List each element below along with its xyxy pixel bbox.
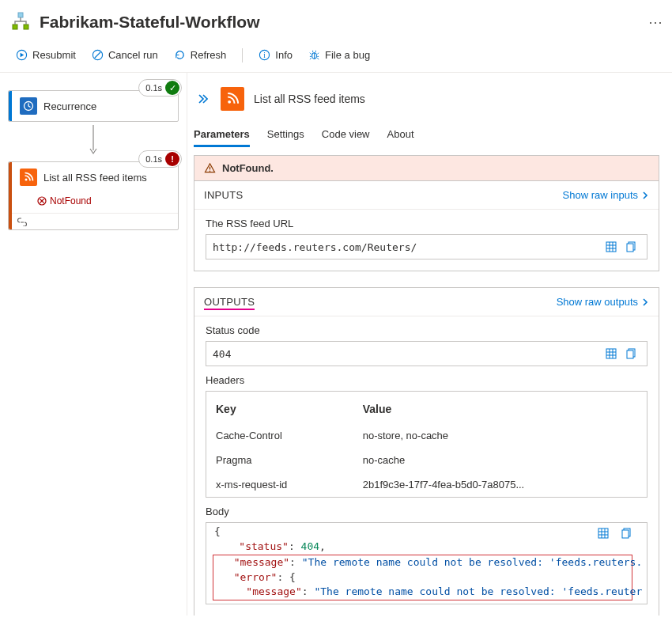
rss-url-label: The RSS feed URL: [206, 218, 647, 229]
error-circle-icon: [37, 196, 47, 206]
node-rss-error-label: NotFound: [50, 195, 92, 206]
body-label: Body: [206, 506, 647, 517]
tab-settings[interactable]: Settings: [267, 123, 304, 147]
node-rss-badge: 0.1s !: [138, 150, 182, 168]
refresh-button[interactable]: Refresh: [168, 46, 233, 64]
more-actions-icon[interactable]: ⋯: [640, 13, 663, 31]
cancel-run-button[interactable]: Cancel run: [85, 46, 164, 64]
body-line: "message": "The remote name could not be…: [213, 585, 632, 600]
outputs-heading: OUTPUTS: [204, 296, 557, 308]
svg-rect-31: [627, 244, 633, 252]
table-row: Pragma no-cache: [206, 448, 647, 472]
copy-icon[interactable]: [623, 240, 640, 254]
show-raw-outputs-link[interactable]: Show raw outputs: [557, 296, 649, 308]
svg-rect-38: [627, 350, 633, 358]
badge-duration: 0.1s: [145, 154, 162, 164]
warning-icon: [204, 162, 216, 174]
svg-line-11: [317, 53, 319, 55]
error-icon: !: [165, 152, 179, 166]
svg-point-18: [25, 179, 28, 181]
node-recurrence-badge: 0.1s ✓: [138, 79, 182, 97]
detail-title: List all RSS feed items: [254, 93, 365, 105]
node-rss-error: NotFound: [9, 192, 178, 213]
grid-view-icon[interactable]: [595, 526, 612, 540]
toolbar-separator: [242, 48, 243, 62]
outputs-panel: OUTPUTS Show raw outputs Status code 404: [194, 287, 659, 616]
node-recurrence[interactable]: 0.1s ✓ Recurrence: [8, 90, 179, 122]
info-button[interactable]: i Info: [252, 46, 299, 64]
file-bug-label: File a bug: [325, 49, 370, 61]
connector-arrow-icon: [86, 125, 100, 157]
toolbar: Resubmit Cancel run Refresh i Info File …: [0, 40, 672, 73]
headers-value-col: Value: [353, 392, 647, 423]
designer-pane: 0.1s ✓ Recurrence 0.1s !: [0, 73, 187, 616]
svg-rect-1: [13, 25, 17, 29]
grid-view-icon[interactable]: [602, 347, 620, 361]
workflow-app-icon: [9, 11, 32, 33]
copy-icon[interactable]: [623, 347, 640, 361]
status-code-value: 404: [206, 341, 647, 366]
file-bug-button[interactable]: File a bug: [302, 46, 376, 64]
grid-view-icon[interactable]: [602, 240, 620, 254]
cancel-run-label: Cancel run: [108, 49, 158, 61]
resubmit-label: Resubmit: [32, 49, 76, 61]
collapse-toggle-icon[interactable]: [194, 90, 211, 108]
info-label: Info: [275, 49, 293, 61]
resubmit-icon: [16, 49, 28, 61]
svg-line-15: [317, 58, 319, 59]
info-icon: i: [259, 49, 270, 61]
body-content[interactable]: { "status": 404, "message": "The remote …: [206, 522, 647, 604]
show-raw-inputs-link[interactable]: Show raw inputs: [563, 189, 649, 201]
cancel-icon: [92, 49, 104, 61]
highlighted-error-block: "message": "The remote name could not be…: [213, 555, 632, 601]
svg-line-14: [310, 58, 311, 59]
rss-url-value: http://feeds.reuters.com/Reuters/: [206, 234, 647, 259]
copy-icon[interactable]: [618, 526, 636, 540]
svg-line-10: [310, 53, 311, 55]
svg-rect-32: [606, 349, 616, 358]
tab-about[interactable]: About: [387, 123, 414, 147]
tab-code-view[interactable]: Code view: [322, 123, 370, 147]
svg-text:i: i: [264, 51, 266, 59]
node-recurrence-title: Recurrence: [43, 100, 96, 112]
svg-rect-2: [24, 25, 28, 29]
node-link-icon[interactable]: [9, 213, 178, 229]
success-icon: ✓: [165, 81, 179, 95]
node-rss[interactable]: 0.1s ! List all RSS feed items NotFound: [8, 161, 179, 230]
detail-tabs: Parameters Settings Code view About: [191, 119, 663, 147]
headers-label: Headers: [206, 374, 647, 386]
body-line: "status": 404,: [206, 540, 647, 555]
svg-rect-25: [606, 242, 616, 252]
details-pane: List all RSS feed items Parameters Setti…: [187, 73, 672, 616]
resubmit-button[interactable]: Resubmit: [9, 46, 82, 64]
tab-parameters[interactable]: Parameters: [194, 123, 250, 147]
error-banner: NotFound.: [194, 155, 659, 180]
svg-point-24: [210, 171, 211, 172]
recurrence-icon: [20, 97, 37, 115]
node-rss-title: List all RSS feed items: [43, 172, 147, 184]
headers-key-col: Key: [206, 392, 353, 423]
svg-line-5: [95, 52, 101, 59]
table-row: Cache-Control no-store, no-cache: [206, 423, 647, 448]
error-banner-text: NotFound.: [222, 162, 274, 174]
svg-rect-39: [598, 528, 608, 538]
chevron-right-icon: [641, 191, 649, 199]
chevron-right-icon: [641, 298, 649, 306]
status-code-label: Status code: [206, 324, 647, 336]
table-row: x-ms-request-id 2b1f9c3e-17f7-4fea-b5d0-…: [206, 472, 647, 497]
svg-rect-45: [622, 530, 629, 538]
headers-table[interactable]: Key Value Cache-Control no-store, no-cac…: [206, 391, 647, 498]
refresh-icon: [174, 49, 186, 61]
badge-duration: 0.1s: [145, 83, 162, 93]
refresh-label: Refresh: [191, 49, 227, 61]
inputs-panel: INPUTS Show raw inputs The RSS feed URL …: [194, 180, 659, 271]
body-line: {: [206, 525, 647, 540]
body-line: "message": "The remote name could not be…: [213, 555, 632, 570]
bug-icon: [308, 49, 320, 61]
body-line: "error": {: [213, 570, 632, 585]
svg-point-22: [228, 100, 231, 104]
inputs-heading: INPUTS: [204, 189, 563, 201]
rss-icon: [221, 87, 244, 111]
svg-rect-0: [18, 13, 23, 17]
rss-icon: [20, 169, 37, 186]
